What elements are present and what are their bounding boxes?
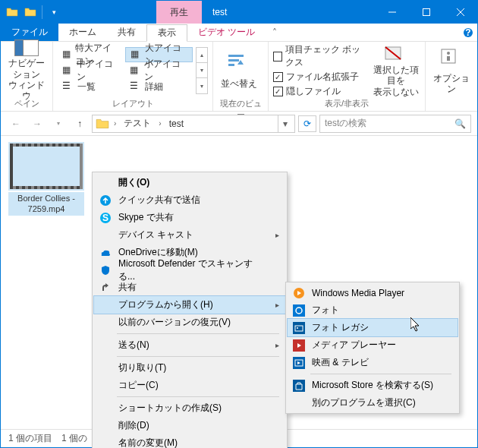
chevron-right-icon[interactable]: › [156,119,164,128]
ctx-label: 名前の変更(M) [118,437,267,448]
chevron-right-icon[interactable]: › [111,119,119,128]
checkbox-checked-icon [273,72,283,82]
tab-share[interactable]: 共有 [107,24,146,41]
separator [42,5,42,19]
layout-details[interactable]: ☰詳細 [125,79,193,94]
submenu-open-with: Windows Media Player フォト フォト レガシ メディア プレ… [285,282,460,414]
search-placeholder: testの検索 [325,117,366,130]
search-icon: 🔍 [454,118,466,129]
ribbon: ナビゲーション ウィンドウ ペイン ▦特大アイコン ▦大アイコン ▦中アイコン … [1,42,477,112]
ctx-quick-share[interactable]: クイック共有で送信 [94,191,285,209]
sub-store[interactable]: Microsoft Store を検索する(S) [288,377,458,394]
ctx-open-with[interactable]: プログラムから開く(H)▸ [94,296,285,314]
blank-icon [292,396,306,410]
nav-pane-label: ナビゲーション ウィンドウ [5,58,48,102]
ribbon-tabs: ファイル ホーム 共有 表示 ビデオ ツール ˄ ? [1,24,477,42]
ctx-label: Windows Media Player [312,288,439,298]
tab-home[interactable]: ホーム [58,24,107,41]
sub-movies-tv[interactable]: 映画 & テレビ [288,354,458,371]
nav-pane-button[interactable]: ナビゲーション ウィンドウ [5,44,48,97]
ribbon-group-layout: ▦特大アイコン ▦大アイコン ▦中アイコン ▦小アイコン ☰一覧 ☰詳細 ▴ ▾… [53,42,213,111]
layout-expand[interactable]: ▾ [197,78,207,93]
group-label-pane: ペイン [5,98,48,109]
ctx-share[interactable]: 共有 [94,279,285,296]
ctx-rename[interactable]: 名前の変更(M) [94,434,285,448]
layout-list-label: 一覧 [77,80,96,93]
ctx-skype[interactable]: SSkype で共有 [94,209,285,226]
layout-scroll-up[interactable]: ▴ [197,48,207,63]
svg-rect-28 [293,380,305,392]
ctx-cut[interactable]: 切り取り(T) [94,359,285,377]
sub-media-player[interactable]: メディア プレーヤー [288,336,458,354]
sub-photos[interactable]: フォト [288,301,458,319]
qat-dropdown-icon[interactable]: ▾ [46,4,62,21]
search-input[interactable]: testの検索 🔍 [319,115,471,133]
ctx-open[interactable]: 開く(O) [94,174,285,191]
svg-rect-7 [15,40,24,56]
store-icon [292,379,306,393]
context-menu: 開く(O) クイック共有で送信 SSkype で共有 デバイス キャスト▸ On… [92,172,288,448]
chevron-right-icon: ▸ [275,231,279,239]
back-button[interactable]: ← [7,115,25,133]
ctx-label: フォト [312,304,439,317]
crumb-item[interactable]: テスト [121,117,154,130]
check-item-checkboxes[interactable]: 項目チェック ボックス [273,43,370,69]
window-controls [375,1,477,24]
extra-large-icon: ▦ [62,49,72,61]
breadcrumb-dropdown[interactable]: ▾ [278,115,291,132]
blank-icon [99,437,112,449]
ribbon-group-pane: ナビゲーション ウィンドウ ペイン [1,42,53,111]
file-item[interactable]: Border Collies - 7259.mp4 [8,144,84,216]
quick-access-toolbar: ▾ [1,4,65,21]
ctx-label: 以前のバージョンの復元(V) [118,316,267,329]
ctx-delete[interactable]: 削除(D) [94,417,285,434]
ctx-prev-versions[interactable]: 以前のバージョンの復元(V) [94,314,285,331]
group-label-layout: レイアウト [58,98,208,109]
layout-list[interactable]: ☰一覧 [58,79,124,94]
layout-scroll-down[interactable]: ▾ [197,63,207,78]
forward-button[interactable]: → [28,115,46,133]
help-icon[interactable]: ? [459,24,477,41]
sub-photos-legacy[interactable]: フォト レガシ [288,319,458,336]
layout-medium[interactable]: ▦中アイコン [58,63,124,78]
explorer-icon[interactable] [22,4,39,21]
sub-choose[interactable]: 別のプログラムを選択(C) [288,394,458,412]
up-button[interactable]: ↑ [71,115,89,133]
tab-view[interactable]: 表示 [146,24,187,42]
blank-icon [99,176,112,190]
maximize-button[interactable] [409,1,443,24]
hide-selected-button[interactable]: 選択した項目を 表示しない [373,44,420,97]
ctx-shortcut[interactable]: ショートカットの作成(S) [94,399,285,417]
blank-icon [99,402,112,415]
layout-small[interactable]: ▦小アイコン [125,63,193,78]
sort-button[interactable]: 並べ替え [218,44,260,97]
crumb-item[interactable]: test [166,118,187,129]
tab-video-tools[interactable]: ビデオ ツール [187,24,266,41]
refresh-button[interactable]: ⟳ [298,115,316,132]
options-button[interactable]: オプション [430,44,473,97]
close-button[interactable] [443,1,477,24]
check-hidden-files[interactable]: 隠しファイル [273,85,370,98]
folder-icon [4,4,20,21]
breadcrumb[interactable]: › テスト › test ▾ [92,115,295,133]
ctx-label: ショートカットの作成(S) [118,402,267,415]
separator [117,396,279,397]
wmp-icon [292,286,306,300]
ctx-copy[interactable]: コピー(C) [94,377,285,394]
defender-icon [99,263,112,277]
svg-rect-10 [228,64,234,66]
collapse-ribbon-icon[interactable]: ˄ [266,24,284,41]
check-file-ext[interactable]: ファイル名拡張子 [273,71,370,84]
ctx-label: Skype で共有 [118,211,267,224]
separator [310,374,451,374]
ctx-defender[interactable]: Microsoft Defender でスキャンする... [94,261,285,279]
minimize-button[interactable] [375,1,409,24]
ctx-label: デバイス キャスト [118,229,267,241]
ctx-send-to[interactable]: 送る(N)▸ [94,336,285,354]
ctx-cast[interactable]: デバイス キャスト▸ [94,226,285,244]
tab-file[interactable]: ファイル [1,24,58,41]
sub-wmp[interactable]: Windows Media Player [288,284,458,301]
hide-icon [384,44,408,63]
recent-dropdown[interactable]: ▾ [49,115,68,133]
context-tab-playback: 再生 [156,1,202,24]
